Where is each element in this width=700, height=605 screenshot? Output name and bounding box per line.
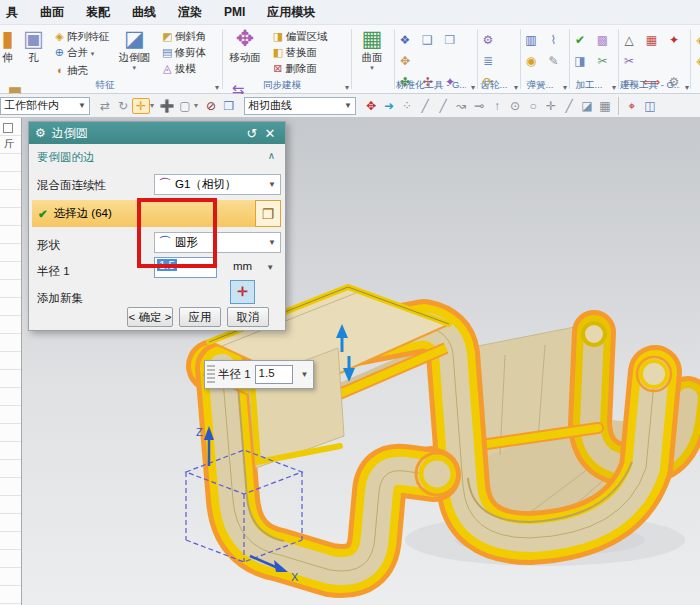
surface-button[interactable]: ▦ 曲面 ▾ <box>354 27 390 71</box>
resource-bar-strip[interactable] <box>0 118 22 605</box>
tool-icon[interactable]: ❒ <box>441 30 459 50</box>
mini-caret-icon[interactable]: ▼ <box>301 370 309 379</box>
tool-icon[interactable]: ⚙ <box>479 30 497 50</box>
menu-item-curve[interactable]: 曲线 <box>132 4 156 21</box>
menu-item-render[interactable]: 渲染 <box>178 4 202 21</box>
collapse-icon[interactable]: ∧ <box>268 150 275 161</box>
intersection-icon[interactable]: ↑ <box>488 99 506 113</box>
dialog-title-bar[interactable]: ⚙ 边倒圆 ↺ ✕ <box>29 122 285 144</box>
tool-icon[interactable]: ✂ <box>620 51 638 71</box>
undo-move-icon[interactable]: ↻ <box>114 99 132 113</box>
replace-face-button[interactable]: ◧替换面 <box>270 44 327 60</box>
delete-face-button[interactable]: ⊠删除面 <box>270 60 327 76</box>
delete-face-icon: ⊠ <box>270 60 285 76</box>
tool-icon[interactable]: ◈ <box>692 51 700 71</box>
point-on-curve-icon[interactable]: ↝ <box>452 99 470 113</box>
lasso-caret-icon[interactable]: ▾ <box>194 101 202 110</box>
unite-button[interactable]: ⊕合并 ▾ <box>52 44 109 62</box>
body-select-button[interactable]: ❐ <box>255 200 281 227</box>
ok-button[interactable]: < 确定 > <box>127 307 173 327</box>
drag-handle-icon[interactable] <box>207 365 215 385</box>
pole-icon[interactable]: ⊸ <box>470 99 488 113</box>
hole-button[interactable]: ▣ 孔 <box>20 27 46 65</box>
point-dialog-icon[interactable]: ⁘ <box>398 99 416 113</box>
radius-input[interactable]: 1.5 <box>154 257 217 278</box>
edge-blend-button[interactable]: ◪ 边倒圆 ▾ <box>114 27 154 71</box>
tool-icon[interactable]: △ <box>620 30 638 50</box>
solid-body-filter-icon[interactable]: ❒ <box>220 99 238 113</box>
offset-region-label: 偏置区域 <box>285 30 327 42</box>
draft-button[interactable]: ◬拔模 <box>160 60 207 76</box>
scope-dropdown[interactable]: 工作部件内 ▼ <box>0 97 90 115</box>
reset-icon[interactable]: ↺ <box>243 126 261 141</box>
tool-icon[interactable]: ◈ <box>692 30 700 50</box>
vector-icon[interactable]: ➜ <box>380 99 398 113</box>
shape-dropdown[interactable]: ⌒ 圆形 ▼ <box>154 232 281 253</box>
existing-point-icon[interactable]: ✛ <box>542 99 560 113</box>
end-point-icon[interactable]: ╱ <box>416 99 434 113</box>
shell-button[interactable]: ◖抽壳 <box>52 62 109 78</box>
tool-icon[interactable]: ❖ <box>396 30 414 50</box>
move-face-button[interactable]: ✥ 移动面 <box>225 27 265 65</box>
tool-icon[interactable]: ✔ <box>571 30 589 50</box>
tool-icon[interactable]: ⌇ <box>544 30 562 50</box>
modeling-group-caret[interactable]: ▾ <box>685 83 689 92</box>
section-edges-to-blend[interactable]: 要倒圆的边 <box>37 150 95 165</box>
cancel-button[interactable]: 取消 <box>227 307 269 327</box>
check-icon: ✔ <box>38 207 48 221</box>
menu-item-tools[interactable]: 具 <box>6 4 18 21</box>
chamfer-button[interactable]: ◩倒斜角 <box>160 28 207 44</box>
trim-body-button[interactable]: ▤修剪体 <box>160 44 207 60</box>
extrude-button[interactable]: ▮ 伸 <box>1 27 14 65</box>
add-set-label: 添加新集 <box>37 291 83 306</box>
machining-group-caret[interactable]: ▾ <box>612 83 616 92</box>
feature-group-caret[interactable]: ▾ <box>215 83 219 92</box>
menu-item-application[interactable]: 应用模块 <box>267 4 315 21</box>
gear-group-caret[interactable]: ▾ <box>514 83 518 92</box>
tool-icon[interactable]: ▥ <box>522 30 540 50</box>
hole-icon: ▣ <box>20 27 46 51</box>
pan-view-icon[interactable]: ◫ <box>641 99 659 113</box>
resource-tab-icon[interactable] <box>3 123 13 133</box>
apply-button[interactable]: 应用 <box>179 307 221 327</box>
tool-icon[interactable]: ◉ <box>522 51 540 71</box>
no-selection-filter-icon[interactable]: ⊘ <box>202 99 220 113</box>
sync-group-caret[interactable]: ▾ <box>345 83 349 92</box>
tool-icon[interactable]: ◨ <box>571 51 589 71</box>
snap-caret-icon[interactable]: ▾ <box>150 101 158 110</box>
tool-icon[interactable]: ≣ <box>479 51 497 71</box>
spring-group-caret[interactable]: ▾ <box>563 83 567 92</box>
quadrant-point-icon[interactable]: ○ <box>524 99 542 113</box>
point-on-surface-icon[interactable]: ╱ <box>560 99 578 113</box>
pattern-feature-button[interactable]: ◈阵列特征 <box>52 28 109 44</box>
csys-icon[interactable]: ✥ <box>362 99 380 113</box>
std-tools-group-caret[interactable]: ▾ <box>471 83 475 92</box>
mid-point-icon[interactable]: ╱ <box>434 99 452 113</box>
add-new-set-button[interactable]: ✛ <box>230 280 255 304</box>
tool-icon[interactable]: ▦ <box>642 30 660 50</box>
tool-icon[interactable]: ✎ <box>544 51 562 71</box>
mini-radius-input[interactable]: 1.5 <box>255 365 293 384</box>
tool-icon[interactable]: ✥ <box>396 51 414 71</box>
face-snap-icon[interactable]: ◪ <box>578 99 596 113</box>
grid-snap-icon[interactable]: ▦ <box>596 99 614 113</box>
select-edge-row[interactable]: ✔ 选择边 (64) <box>32 200 256 227</box>
tool-icon[interactable]: ✂ <box>593 51 611 71</box>
offset-region-button[interactable]: ◨偏置区域 <box>270 28 327 44</box>
lasso-icon[interactable]: ▢ <box>176 99 194 113</box>
close-icon[interactable]: ✕ <box>261 126 279 141</box>
unit-dropdown[interactable]: mm ▼ <box>233 260 281 272</box>
menu-item-surface[interactable]: 曲面 <box>40 4 64 21</box>
continuity-dropdown[interactable]: ⌒ G1（相切） ▼ <box>154 174 281 195</box>
tool-icon[interactable]: ✦ <box>665 30 683 50</box>
zoom-view-icon[interactable]: ⌖ <box>623 99 641 113</box>
arc-center-icon[interactable]: ⊙ <box>506 99 524 113</box>
menu-item-pmi[interactable]: PMI <box>224 5 245 19</box>
menu-item-assembly[interactable]: 装配 <box>86 4 110 21</box>
curve-rule-dropdown[interactable]: 相切曲线 ▼ <box>244 97 356 115</box>
tool-icon[interactable]: ❑ <box>418 30 436 50</box>
point-constructor-icon[interactable]: ➕ <box>158 99 176 113</box>
tool-icon[interactable]: ▩ <box>593 30 611 50</box>
move-object-icon[interactable]: ⇄ <box>96 99 114 113</box>
snap-point-icon[interactable]: ✛ <box>132 98 150 114</box>
